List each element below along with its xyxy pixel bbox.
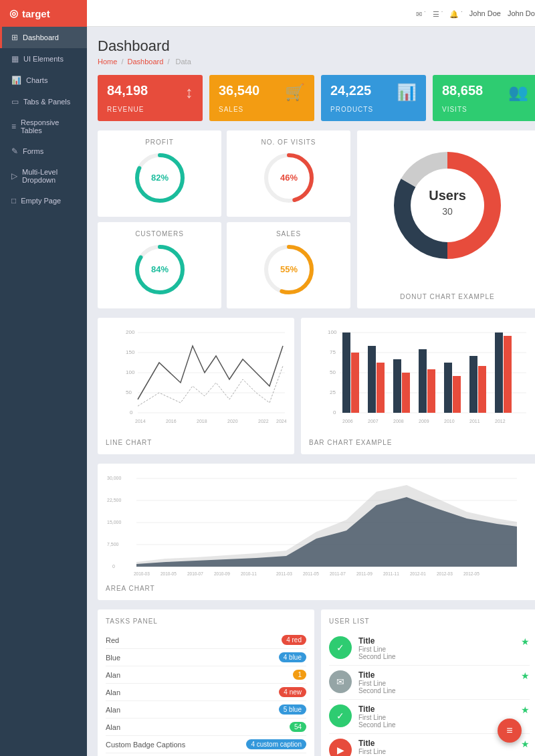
user-line1-2: First Line bbox=[358, 714, 396, 721]
bar-chart-title: BAR CHART EXAMPLE bbox=[309, 439, 530, 446]
user-info-2: Title First Line Second Line bbox=[358, 704, 396, 729]
gauge-label-2: CUSTOMERS bbox=[106, 230, 213, 238]
task-row[interactable]: Blue 4 blue bbox=[106, 649, 306, 666]
svg-text:2020: 2020 bbox=[227, 419, 238, 423]
user-label[interactable]: John Doe bbox=[469, 9, 501, 17]
sidebar-label-3: Tabs & Panels bbox=[23, 98, 70, 106]
user-title-3: Title bbox=[358, 739, 396, 748]
svg-text:2012-01: 2012-01 bbox=[410, 571, 426, 576]
svg-text:50: 50 bbox=[330, 369, 336, 375]
stat-card-sales: 36,540 🛒 SALES bbox=[209, 75, 314, 121]
main-content: ✉ · ☰ · 🔔 · John Doe John Doe Dashboard … bbox=[87, 0, 535, 756]
stat-card-visits: 88,658 👥 VISITS bbox=[433, 75, 535, 121]
bar-chart: 100 75 50 25 0 bbox=[309, 326, 530, 433]
sidebar-item-dashboard[interactable]: ⊞Dashboard bbox=[0, 27, 87, 48]
task-row[interactable]: Custom Badge Captions 4 custom caption bbox=[106, 753, 306, 756]
page-content: Dashboard Home / Dashboard / Data 84,198… bbox=[87, 27, 535, 756]
svg-text:2011-07: 2011-07 bbox=[330, 571, 346, 576]
menu-icon[interactable]: ☰ · bbox=[433, 8, 443, 19]
gauge-label-0: PROFIT bbox=[106, 138, 213, 146]
sidebar-item-tabs-&-panels[interactable]: ▭Tabs & Panels bbox=[0, 91, 87, 112]
svg-rect-43 bbox=[377, 363, 385, 413]
sidebar-label-5: Forms bbox=[23, 147, 43, 155]
gauge-canvas-3: 55% bbox=[262, 243, 316, 296]
svg-rect-44 bbox=[393, 359, 401, 413]
middle-row: PROFIT 82% NO. OF VISITS 46% CUSTOMERS 8… bbox=[98, 130, 535, 308]
user-star-3[interactable]: ★ bbox=[521, 739, 530, 749]
svg-text:2022: 2022 bbox=[258, 419, 269, 423]
breadcrumb-home[interactable]: Home bbox=[98, 58, 117, 66]
gauge-canvas-0: 82% bbox=[133, 151, 187, 205]
gauge-card-profit: PROFIT 82% bbox=[98, 130, 221, 217]
user-star-0[interactable]: ★ bbox=[521, 636, 530, 647]
svg-text:22,500: 22,500 bbox=[107, 498, 122, 502]
user-line2-0: Second Line bbox=[358, 653, 396, 660]
svg-text:2010-07: 2010-07 bbox=[187, 571, 203, 576]
user-avatar-2: ✓ bbox=[329, 704, 352, 727]
user-list-item[interactable]: ✓ Title First Line Second Line ★ bbox=[329, 632, 530, 666]
stat-card-top-2: 24,225 📊 bbox=[330, 83, 417, 102]
svg-rect-49 bbox=[453, 376, 461, 413]
sidebar-item-responsive-tables[interactable]: ≡Responsive Tables bbox=[0, 112, 87, 140]
task-badge-3: 4 new bbox=[279, 687, 306, 697]
donut-section: Users 30 DONUT CHART EXAMPLE bbox=[357, 130, 535, 308]
mail-icon[interactable]: ✉ · bbox=[416, 8, 426, 19]
user-info-3: Title First Line Second Line bbox=[358, 739, 396, 756]
sidebar-item-ui-elements[interactable]: ▦UI Elements bbox=[0, 48, 87, 70]
task-badge-2: 1 bbox=[293, 670, 306, 680]
svg-rect-46 bbox=[419, 349, 427, 413]
svg-text:2011-05: 2011-05 bbox=[303, 571, 319, 576]
sidebar-item-forms[interactable]: ✎Forms bbox=[0, 140, 87, 162]
svg-text:2006: 2006 bbox=[342, 419, 353, 423]
task-row[interactable]: Alan 54 bbox=[106, 719, 306, 736]
svg-text:2018: 2018 bbox=[197, 419, 207, 423]
task-row[interactable]: Red 4 red bbox=[106, 632, 306, 649]
user-list-item[interactable]: ✉ Title First Line Second Line ★ bbox=[329, 666, 530, 700]
user-star-2[interactable]: ★ bbox=[521, 704, 530, 715]
stat-card-top-3: 88,658 👥 bbox=[442, 83, 528, 102]
breadcrumb-current: Data bbox=[176, 58, 191, 66]
svg-text:25: 25 bbox=[330, 389, 336, 395]
logo[interactable]: ◎ target bbox=[0, 0, 87, 27]
task-badge-1: 4 blue bbox=[279, 652, 306, 662]
svg-text:2010-05: 2010-05 bbox=[160, 571, 177, 576]
task-row[interactable]: Alan 4 new bbox=[106, 684, 306, 701]
page-title: Dashboard bbox=[98, 37, 535, 55]
svg-text:2012: 2012 bbox=[495, 419, 506, 423]
sidebar-icon-3: ▭ bbox=[11, 97, 19, 106]
svg-rect-41 bbox=[351, 353, 359, 413]
task-label-6: Custom Badge Captions bbox=[106, 741, 185, 749]
svg-text:2008: 2008 bbox=[393, 419, 404, 423]
user-line1-3: First Line bbox=[358, 748, 396, 755]
user-avatar-0: ✓ bbox=[329, 636, 352, 659]
stat-card-number-3: 88,658 bbox=[442, 83, 483, 98]
task-row[interactable]: Custom Badge Captions 4 custom caption bbox=[106, 736, 306, 753]
user-avatar-1: ✉ bbox=[329, 670, 352, 693]
logo-text: target bbox=[22, 8, 50, 19]
task-row[interactable]: Alan 1 bbox=[106, 666, 306, 684]
svg-text:75: 75 bbox=[330, 349, 336, 355]
tasks-panel: TASKS PANEL Red 4 red Blue 4 blue Alan 1… bbox=[98, 609, 314, 756]
task-label-3: Alan bbox=[106, 688, 120, 696]
stat-card-icon-1: 🛒 bbox=[285, 83, 305, 102]
sidebar-label-6: Multi-Level Dropdown bbox=[22, 168, 78, 184]
sidebar-item-multi-level-dropdown[interactable]: ▷Multi-Level Dropdown bbox=[0, 162, 87, 190]
bell-icon[interactable]: 🔔 · bbox=[449, 8, 463, 19]
svg-text:2012-03: 2012-03 bbox=[437, 571, 453, 576]
stat-card-label-0: REVENUE bbox=[107, 106, 193, 113]
task-row[interactable]: Alan 5 blue bbox=[106, 701, 306, 719]
sidebar-item-empty-page[interactable]: □Empty Page bbox=[0, 190, 87, 211]
svg-text:2007: 2007 bbox=[368, 419, 379, 423]
svg-text:0: 0 bbox=[333, 409, 336, 415]
user-star-1[interactable]: ★ bbox=[521, 670, 530, 681]
gauge-card-customers: CUSTOMERS 84% bbox=[98, 222, 221, 308]
fab-button[interactable]: ≡ bbox=[498, 719, 522, 743]
header-bar: ✉ · ☰ · 🔔 · John Doe John Doe bbox=[87, 0, 535, 27]
gauge-canvas-2: 84% bbox=[133, 243, 187, 296]
breadcrumb-dashboard[interactable]: Dashboard bbox=[128, 58, 164, 66]
user-name: John Doe bbox=[508, 9, 535, 17]
sidebar-icon-2: 📊 bbox=[11, 76, 21, 85]
task-badge-4: 5 blue bbox=[279, 704, 306, 715]
sidebar-item-charts[interactable]: 📊Charts bbox=[0, 70, 87, 91]
user-info-0: Title First Line Second Line bbox=[358, 636, 396, 660]
